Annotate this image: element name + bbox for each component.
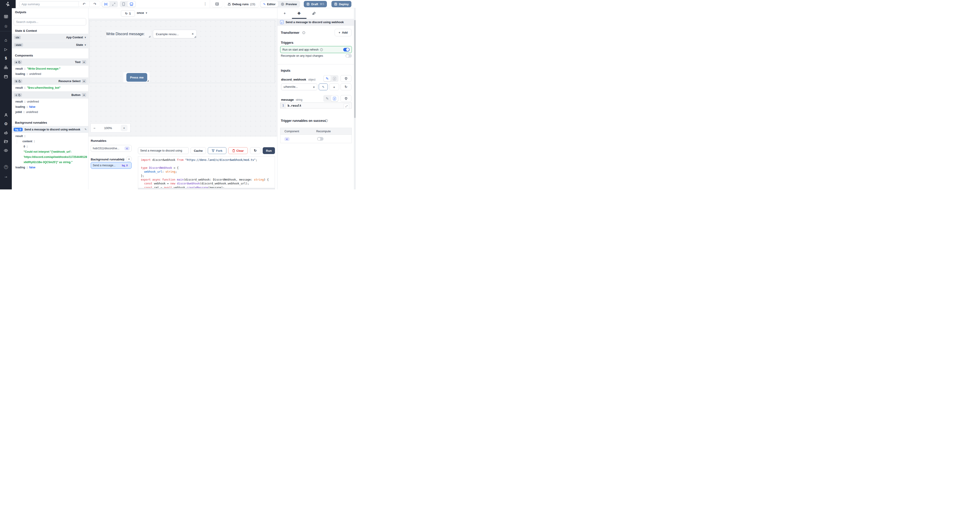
plug-icon — [345, 77, 348, 80]
trigger-runnables-title: Trigger runnables on success — [281, 119, 326, 123]
app-canvas[interactable]: Write Discord message: Example resou... … — [89, 19, 277, 136]
fork-button[interactable]: Fork — [208, 147, 226, 154]
code-horizontal-scrollbar[interactable] — [138, 188, 275, 189]
expand-editor-icon[interactable]: ⤢ — [344, 103, 349, 109]
runnable-name-input[interactable] — [138, 147, 189, 154]
static-mode-pencil[interactable]: ✎ — [324, 95, 331, 102]
component-b-header[interactable]: b Resource Select ∧ — [12, 78, 89, 84]
variables-dollar-icon[interactable]: $ — [0, 55, 12, 62]
clear-select-icon[interactable]: × — [192, 32, 194, 36]
runnable-item[interactable]: hub/1511/discord/se... c — [91, 145, 132, 152]
info-icon[interactable]: i — [122, 158, 124, 161]
clear-resource-icon[interactable]: × — [313, 85, 315, 89]
redo-icon: ↷ — [94, 2, 96, 6]
plug-icon — [345, 97, 348, 100]
schedules-calendar-icon[interactable] — [0, 73, 12, 80]
refresh-count: 1 — [129, 12, 130, 15]
kv-value: undefined — [27, 100, 39, 103]
refresh-resource-button[interactable]: ↻ — [340, 83, 352, 90]
more-options-button[interactable]: ⋮ — [204, 2, 207, 6]
code-editor[interactable]: import discordwebhook from "https://deno… — [138, 156, 275, 189]
recompute-c-toggle[interactable] — [317, 137, 323, 141]
eval-mode-function[interactable]: ƒ — [331, 76, 338, 81]
edit-pencil-icon[interactable]: ✎ — [84, 128, 87, 131]
add-transformer-button[interactable]: +Add — [335, 29, 352, 36]
right-panel-scrollbar[interactable] — [354, 8, 356, 189]
component-settings-panel: + ❖ ƒ Send a message to discord using we… — [277, 8, 356, 189]
tab-component-settings[interactable]: ❖ — [296, 10, 302, 17]
docs-button[interactable] — [212, 1, 222, 7]
audit-eye-icon[interactable] — [0, 147, 12, 154]
resize-handle[interactable] — [149, 36, 150, 37]
app-summary-input[interactable] — [19, 1, 80, 7]
tab-preview[interactable]: Preview — [278, 1, 299, 7]
runs-play-icon[interactable]: ▷ — [0, 46, 12, 53]
mobile-view-button[interactable] — [120, 2, 127, 7]
component-c-header[interactable]: c Button ∧ — [12, 91, 89, 99]
info-icon[interactable]: i — [302, 31, 305, 34]
resource-path-input[interactable]: u/henri/te... × — [281, 83, 317, 90]
edit-resource-button[interactable]: ✎ — [319, 83, 328, 90]
resource-select-component[interactable]: Example resou... × — [153, 30, 197, 38]
fullwidth-layout-button[interactable] — [110, 2, 118, 7]
search-outputs-input[interactable] — [14, 18, 86, 25]
folders-icon[interactable] — [0, 138, 12, 145]
discord-webhook-field-label: discord_webhook object — [281, 78, 315, 81]
dw-mode-toggle: ✎ ƒ — [323, 75, 339, 82]
chevron-down-icon[interactable]: ∨ — [84, 36, 86, 38]
zoom-out-button[interactable]: − — [94, 126, 95, 130]
add-background-runnable-button[interactable]: + — [126, 156, 132, 162]
resize-handle[interactable] — [147, 80, 149, 82]
help-question-icon[interactable]: ? — [0, 164, 12, 170]
eval-mode-function[interactable]: ƒ — [331, 95, 338, 102]
deploy-button[interactable]: Deploy — [331, 1, 352, 7]
resize-handle[interactable] — [194, 36, 196, 38]
favorites-star-icon[interactable]: ☆ — [0, 23, 12, 30]
message-expression-editor[interactable]: 1 b.result — [280, 103, 352, 108]
connect-plug-button[interactable] — [340, 75, 352, 82]
ctx-row[interactable]: ctx App Context ∨ — [12, 34, 89, 41]
tab-styling[interactable] — [310, 10, 317, 17]
connect-plug-button[interactable] — [340, 95, 352, 102]
tab-editor[interactable]: ✎ Editor — [261, 1, 278, 7]
debug-runs-button[interactable]: Debug runs (23) — [224, 1, 259, 7]
background-runnable-item-selected[interactable]: Send a message... bg_0 — [91, 162, 132, 169]
workers-robot-icon[interactable] — [0, 129, 12, 136]
workspace-icon[interactable] — [0, 13, 12, 20]
collapse-arrow-icon[interactable]: → — [0, 173, 12, 180]
state-row[interactable]: state State ∨ — [12, 41, 89, 48]
chevron-down-icon[interactable]: ∨ — [84, 43, 86, 46]
add-resource-button[interactable]: + — [329, 83, 339, 90]
run-on-start-toggle[interactable] — [343, 48, 350, 51]
refresh-code-button[interactable]: ↻ — [250, 147, 261, 154]
press-me-button[interactable]: Press me — [126, 73, 147, 82]
collapse-chevron-up[interactable]: ∧ — [82, 79, 86, 83]
tab-add-component[interactable]: + — [281, 10, 288, 17]
static-mode-pencil[interactable]: ✎ — [324, 76, 331, 81]
clear-button[interactable]: Clear — [228, 147, 248, 154]
zoom-in-button[interactable]: + — [121, 125, 127, 131]
collapse-chevron-up[interactable]: ∧ — [82, 93, 86, 97]
desktop-view-button[interactable] — [127, 2, 135, 7]
info-icon[interactable]: i — [320, 48, 323, 51]
interval-dropdown[interactable]: once ∨ — [137, 11, 148, 14]
component-a-header[interactable]: a Text ∧ — [12, 59, 89, 65]
text-component[interactable]: Write Discord message: — [106, 30, 151, 38]
run-button[interactable]: Run — [263, 147, 275, 154]
info-icon[interactable]: i — [325, 119, 328, 122]
cache-button[interactable]: Cache — [191, 147, 206, 154]
centered-layout-button[interactable] — [102, 2, 110, 7]
user-icon[interactable] — [0, 111, 12, 118]
resources-cubes-icon[interactable] — [0, 64, 12, 71]
collapse-chevron-up[interactable]: ∧ — [82, 60, 86, 64]
draft-button[interactable]: Draft ⌘S — [304, 1, 327, 7]
windmill-logo[interactable] — [0, 0, 16, 8]
home-icon[interactable]: ⌂ — [0, 37, 12, 43]
kv-key: loading — [16, 166, 25, 169]
recompute-toggle[interactable] — [345, 54, 352, 57]
redo-button[interactable]: ↷ — [89, 1, 100, 7]
bg0-row[interactable]: bg_0 Send a message to discord using web… — [12, 126, 89, 133]
undo-button[interactable]: ↶ — [79, 1, 89, 7]
settings-gear-icon[interactable]: ⚙ — [0, 121, 12, 127]
refresh-count-button[interactable]: ↻ 1 — [121, 10, 135, 17]
